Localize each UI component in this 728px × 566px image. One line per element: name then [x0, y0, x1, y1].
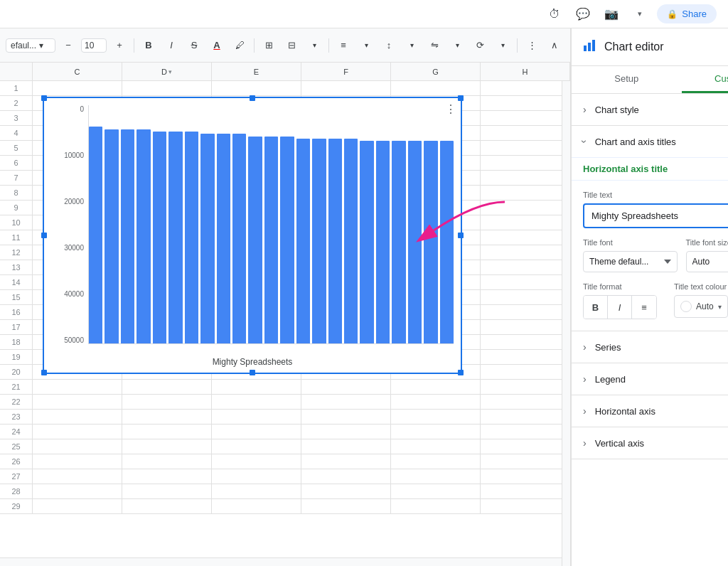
chart-bar: [168, 132, 182, 343]
align-btn[interactable]: ≡: [333, 36, 353, 55]
col-header-e[interactable]: E: [212, 63, 301, 80]
wrap-btn[interactable]: ⇋: [424, 36, 444, 55]
chart-bar: [344, 139, 358, 343]
strikethrough-btn[interactable]: S: [184, 36, 204, 55]
bold-format-btn[interactable]: B: [584, 296, 608, 319]
col-header-h[interactable]: H: [481, 63, 570, 80]
vertical-scrollbar[interactable]: [562, 81, 570, 566]
video-dropdown-icon[interactable]: ▾: [628, 3, 651, 26]
title-color-label: Auto: [696, 301, 714, 311]
font-selector[interactable]: efaul... ▾: [6, 38, 55, 53]
horizontal-axis-header[interactable]: › Horizontal axis: [572, 395, 728, 427]
align-dropdown-btn[interactable]: ▾: [356, 36, 376, 55]
share-button[interactable]: 🔒 Share: [657, 4, 717, 23]
lock-icon: 🔒: [667, 9, 678, 19]
font-row: Title font Theme defaul... Arial Times N…: [583, 238, 728, 272]
chart-axis-titles-chevron: ›: [579, 140, 590, 144]
title-font-size-select[interactable]: Auto 8 10 12 14: [686, 251, 729, 272]
chart-axis-titles-header[interactable]: › Chart and axis titles: [572, 126, 728, 157]
format-row: Title format B I ≡ Title text colour: [583, 282, 728, 319]
merge-btn[interactable]: ⊟: [282, 36, 301, 55]
y-label-0: 0: [80, 105, 84, 113]
video-icon[interactable]: 📷: [600, 3, 623, 26]
table-row: 22: [0, 395, 570, 410]
rotate-btn[interactable]: ⟳: [470, 36, 490, 55]
col-header-c[interactable]: C: [33, 63, 122, 80]
y-label-30000: 30000: [64, 244, 84, 252]
chart-bar: [248, 137, 262, 343]
title-text-label: Title text: [583, 191, 728, 199]
decrease-font-btn[interactable]: −: [58, 36, 78, 55]
title-color-group: Title text colour Auto ▾: [674, 282, 728, 318]
title-text-input[interactable]: [583, 203, 728, 228]
history-icon[interactable]: ⏱: [543, 3, 566, 26]
italic-format-btn[interactable]: I: [608, 296, 632, 319]
chart-style-title: Chart style: [595, 105, 639, 115]
title-color-selector[interactable]: Auto ▾: [674, 295, 728, 318]
bold-btn[interactable]: B: [139, 36, 159, 55]
col-header-g[interactable]: G: [391, 63, 481, 80]
y-axis: 50000 40000 30000 20000 10000 0: [51, 105, 87, 344]
horizontal-scrollbar[interactable]: [0, 557, 562, 566]
chart-bar: [280, 137, 294, 343]
series-chevron: ›: [583, 341, 587, 353]
vertical-axis-chevron: ›: [583, 437, 587, 449]
chart-bar: [312, 139, 326, 343]
vertical-axis-header[interactable]: › Vertical axis: [572, 427, 728, 459]
legend-header[interactable]: › Legend: [572, 363, 728, 395]
col-header-d[interactable]: D▾: [122, 63, 212, 80]
divider-3: [328, 38, 329, 53]
chart-style-chevron: ›: [583, 104, 587, 115]
borders-btn[interactable]: ⊞: [259, 36, 279, 55]
title-color-circle: [680, 301, 692, 312]
horizontal-axis-section: › Horizontal axis: [572, 395, 728, 427]
tab-setup[interactable]: Setup: [572, 66, 682, 93]
panel-body: › Chart style › Chart and axis titles Ho…: [572, 94, 728, 566]
chart-container[interactable]: ⋮ 50000 40000 30000 20000 10000 0: [43, 97, 462, 374]
format-buttons: B I ≡: [583, 295, 657, 319]
y-label-40000: 40000: [64, 290, 84, 298]
y-label-20000: 20000: [64, 198, 84, 205]
more-options-btn[interactable]: ⋮: [522, 36, 542, 55]
title-text-section: Title text Title font Theme defaul... Ar…: [572, 181, 728, 331]
horizontal-axis-title: Horizontal axis: [595, 406, 655, 417]
chart-bar: [376, 141, 390, 343]
title-format-group: Title format B I ≡: [583, 282, 657, 319]
rotate-dropdown-btn[interactable]: ▾: [493, 36, 513, 55]
series-section: › Series: [572, 331, 728, 363]
comment-icon[interactable]: 💬: [572, 3, 594, 26]
increase-font-btn[interactable]: +: [109, 36, 129, 55]
table-row: 1: [0, 81, 570, 96]
tab-customise[interactable]: Customise: [682, 66, 729, 93]
svg-rect-1: [584, 46, 587, 51]
valign-dropdown-btn[interactable]: ▾: [402, 36, 422, 55]
chart-style-header[interactable]: › Chart style: [572, 94, 728, 125]
wrap-dropdown-btn[interactable]: ▾: [447, 36, 467, 55]
chart-bar: [232, 134, 246, 343]
panel-header: Chart editor ✕: [572, 28, 728, 66]
chart-bar: [153, 132, 166, 343]
vertical-axis-section: › Vertical axis: [572, 427, 728, 459]
title-font-select[interactable]: Theme defaul... Arial Times New Roman: [583, 251, 678, 272]
legend-section: › Legend: [572, 363, 728, 395]
collapse-btn[interactable]: ∧: [545, 36, 564, 55]
align-format-btn[interactable]: ≡: [632, 296, 656, 319]
col-header-f[interactable]: F: [301, 63, 391, 80]
chart-bar: [136, 129, 150, 344]
italic-btn[interactable]: I: [161, 36, 181, 55]
legend-chevron: ›: [583, 373, 587, 385]
highlight-color-btn[interactable]: 🖊: [230, 36, 250, 55]
chart-axis-titles-section: › Chart and axis titles Horizontal axis …: [572, 126, 728, 331]
axis-title-selector[interactable]: Horizontal axis title ▾: [572, 157, 728, 181]
chart-bar: [360, 141, 373, 343]
valign-btn[interactable]: ↕: [379, 36, 399, 55]
chart-options-btn[interactable]: ⋮: [445, 102, 456, 116]
share-label: Share: [682, 9, 707, 19]
text-color-btn[interactable]: A: [207, 36, 227, 55]
chart-bar: [105, 129, 118, 344]
chart-bar: [440, 141, 454, 343]
series-header[interactable]: › Series: [572, 331, 728, 363]
merge-dropdown-btn[interactable]: ▾: [304, 36, 324, 55]
chart-axis-titles-title: Chart and axis titles: [595, 137, 676, 147]
spreadsheet-area: efaul... ▾ − 10 + B I S A 🖊 ⊞ ⊟ ▾ ≡ ▾ ↕ …: [0, 28, 571, 566]
